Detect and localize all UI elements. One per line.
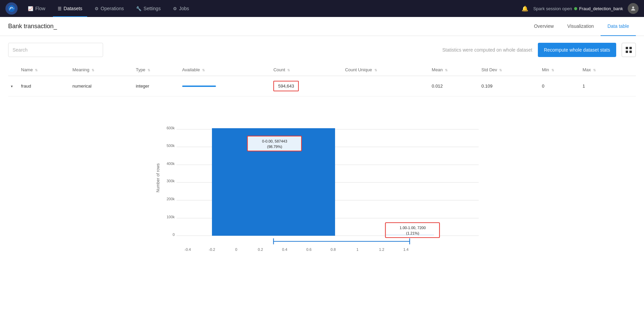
svg-text:300k: 300k [167, 179, 175, 183]
page-header: Bank transaction Overview Visualization … [0, 17, 644, 36]
svg-text:0: 0 [235, 247, 237, 252]
svg-text:0.2: 0.2 [258, 247, 263, 252]
recompute-button[interactable]: Recompute whole dataset stats [538, 43, 616, 57]
operations-icon: ⚙ [95, 6, 99, 11]
settings-icon: 🔧 [136, 6, 141, 11]
svg-text:(1.21%): (1.21%) [406, 231, 419, 235]
col-count-unique[interactable]: Count Unique ⇅ [342, 64, 429, 76]
cell-type: integer [133, 76, 179, 96]
svg-text:0.6: 0.6 [306, 247, 311, 252]
tab-group: Overview Visualization Data table [527, 17, 636, 36]
stats-note: Statistics were computed on whole datase… [442, 47, 532, 53]
nav-jobs-label: Jobs [179, 6, 189, 11]
nav-operations[interactable]: ⚙ Operations [90, 0, 129, 17]
svg-text:200k: 200k [167, 197, 175, 201]
cell-min: 0 [539, 76, 580, 96]
progress-bar [182, 86, 216, 87]
data-table: Name ⇅ Meaning ⇅ Type ⇅ Available ⇅ Coun… [8, 64, 636, 96]
svg-text:0-0.00,  587443: 0-0.00, 587443 [262, 139, 287, 143]
navbar-right: 🔔 Spark session open Fraud_detection_ban… [522, 3, 639, 14]
col-max[interactable]: Max ⇅ [580, 64, 623, 76]
svg-text:400k: 400k [167, 162, 175, 166]
nav-operations-label: Operations [101, 6, 124, 11]
nav-settings-label: Settings [143, 6, 161, 11]
cell-std-dev: 0.109 [479, 76, 539, 96]
svg-text:-0.4: -0.4 [184, 247, 191, 252]
cell-count: 594,643 [271, 76, 342, 96]
col-mean[interactable]: Mean ⇅ [429, 64, 479, 76]
cell-max: 1 [580, 76, 623, 96]
svg-rect-2 [626, 47, 628, 49]
search-input[interactable] [8, 43, 103, 57]
col-count[interactable]: Count ⇅ [271, 64, 342, 76]
svg-text:-0.2: -0.2 [209, 247, 215, 252]
svg-text:0.8: 0.8 [331, 247, 336, 252]
project-name: Fraud_detection_bank [579, 6, 623, 11]
svg-text:1.2: 1.2 [379, 247, 384, 252]
tab-overview[interactable]: Overview [527, 17, 560, 36]
page-title: Bank transaction [8, 23, 527, 30]
expand-btn[interactable]: ▾ [11, 84, 13, 88]
navbar: 📈 Flow ☰ Datasets ⚙ Operations 🔧 Setting… [0, 0, 644, 17]
spark-label: Spark session open [533, 6, 572, 11]
col-name[interactable]: Name ⇅ [18, 64, 70, 76]
tab-visualization[interactable]: Visualization [561, 17, 601, 36]
cell-available [179, 76, 271, 96]
bell-icon[interactable]: 🔔 [522, 5, 528, 12]
cell-mean: 0.012 [429, 76, 479, 96]
nav-jobs[interactable]: ⚙ Jobs [168, 0, 194, 17]
svg-rect-33 [248, 136, 302, 151]
grid-view-icon[interactable] [622, 43, 636, 57]
svg-rect-5 [629, 51, 632, 53]
svg-point-1 [632, 6, 634, 8]
user-avatar[interactable] [628, 3, 639, 14]
nav-datasets[interactable]: ☰ Datasets [53, 0, 87, 17]
nav-flow[interactable]: 📈 Flow [23, 0, 50, 17]
col-std-dev[interactable]: Std Dev ⇅ [479, 64, 539, 76]
cell-count-unique [342, 76, 429, 96]
col-type[interactable]: Type ⇅ [133, 64, 179, 76]
datasets-icon: ☰ [58, 6, 62, 11]
jobs-icon: ⚙ [173, 6, 177, 11]
svg-text:0: 0 [173, 233, 175, 237]
cell-name: fraud [18, 76, 70, 96]
tab-data-table[interactable]: Data table [601, 17, 636, 36]
svg-text:1: 1 [356, 247, 358, 252]
main-content: Statistics were computed on whole datase… [0, 36, 644, 334]
col-meaning[interactable]: Meaning ⇅ [70, 64, 133, 76]
nav-datasets-label: Datasets [64, 6, 82, 11]
nav-flow-label: Flow [35, 6, 45, 11]
table-row: ▾ fraud numerical integer 594,643 0.012 … [8, 76, 636, 96]
spark-status: Spark session open Fraud_detection_bank [533, 6, 623, 11]
svg-text:500k: 500k [167, 144, 175, 148]
svg-rect-3 [629, 47, 632, 49]
count-value: 594,643 [273, 81, 299, 91]
svg-rect-4 [626, 51, 628, 53]
app-logo[interactable] [5, 2, 18, 15]
chart-area: Number of rows 0 100k 200k 300k 400k 500… [8, 100, 636, 253]
flow-icon: 📈 [28, 6, 33, 11]
svg-rect-36 [386, 223, 440, 238]
col-min[interactable]: Min ⇅ [539, 64, 580, 76]
spark-status-dot [574, 7, 577, 10]
svg-text:1.00-1.00,  7200: 1.00-1.00, 7200 [399, 226, 426, 230]
svg-text:600k: 600k [167, 126, 175, 130]
y-axis-label: Number of rows [156, 163, 160, 192]
toolbar: Statistics were computed on whole datase… [8, 43, 636, 57]
svg-text:(98.79%): (98.79%) [267, 145, 282, 149]
col-available[interactable]: Available ⇅ [179, 64, 271, 76]
chart-svg: Number of rows 0 100k 200k 300k 400k 500… [8, 103, 636, 253]
svg-text:100k: 100k [167, 215, 175, 219]
svg-text:0.4: 0.4 [282, 247, 287, 252]
svg-text:1.4: 1.4 [403, 247, 408, 252]
nav-settings[interactable]: 🔧 Settings [131, 0, 165, 17]
cell-meaning: numerical [70, 76, 133, 96]
chart-container: Number of rows 0 100k 200k 300k 400k 500… [8, 103, 636, 253]
